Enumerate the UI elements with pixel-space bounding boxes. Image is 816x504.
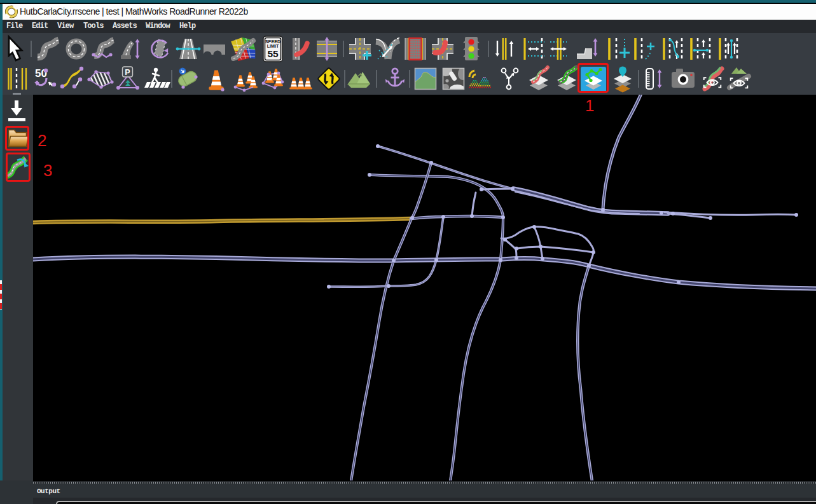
svg-text:P: P (125, 68, 130, 77)
svg-text:55: 55 (267, 48, 279, 59)
